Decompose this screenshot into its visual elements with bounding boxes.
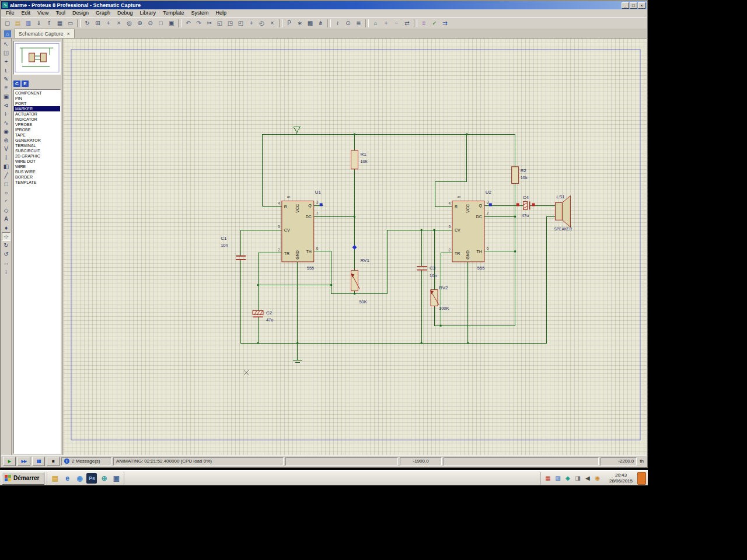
tab-schematic-capture[interactable]: Schematic Capture × <box>14 29 75 38</box>
remove-sheet-button[interactable]: − <box>392 19 402 28</box>
import-button[interactable]: ⇓ <box>34 19 44 28</box>
style-bus-wire[interactable]: BUS WIRE <box>14 169 60 174</box>
separator[interactable] <box>279 19 282 27</box>
titlebar[interactable]: ∿ alarme - Proteus 8 Professional - Sche… <box>1 1 647 9</box>
tray-icon-1[interactable]: ▦ <box>544 474 552 482</box>
style-indicator[interactable]: INDICATOR <box>14 117 60 122</box>
virtual-instruments-mode[interactable]: ◧ <box>2 162 11 171</box>
pause-button[interactable]: ▮▮ <box>32 457 45 466</box>
2d-box-mode[interactable]: □ <box>2 180 11 188</box>
maximize-button[interactable]: □ <box>630 2 637 9</box>
property-assignment-button[interactable]: ≣ <box>354 19 364 28</box>
chrome-icon[interactable]: ◉ <box>74 473 85 484</box>
y-mirror[interactable]: ↕ <box>2 267 11 276</box>
x-marker[interactable] <box>244 370 249 375</box>
wire-label-mode[interactable]: ʟ <box>2 66 11 75</box>
selector-e-button[interactable]: E <box>22 80 29 87</box>
component-c2[interactable]: C2 47u <box>253 310 273 323</box>
close-button[interactable]: × <box>638 2 645 9</box>
zoom-in-button[interactable]: ⊕ <box>135 19 145 28</box>
style-pin[interactable]: PIN <box>14 96 60 101</box>
style-tape[interactable]: TAPE <box>14 132 60 138</box>
selection-mode[interactable]: ↖ <box>2 40 11 48</box>
subcircuit-mode[interactable]: ▣ <box>2 92 11 101</box>
component-mode[interactable]: ◫ <box>2 48 11 57</box>
style-2d-graphic[interactable]: 2D GRAPHIC <box>14 153 60 159</box>
block-rotate-button[interactable]: ◴ <box>257 19 267 28</box>
style-subcircuit[interactable]: SUBCIRCUIT <box>14 148 60 153</box>
style-template[interactable]: TEMPLATE <box>14 180 60 185</box>
style-border[interactable]: BORDER <box>14 174 60 180</box>
menu-edit[interactable]: Edit <box>18 9 34 17</box>
start-button[interactable]: Démarrer <box>2 472 44 485</box>
2d-arc-mode[interactable]: ◜ <box>2 197 11 206</box>
block-delete-button[interactable]: × <box>267 19 277 28</box>
separator[interactable] <box>365 19 369 27</box>
play-button[interactable]: ▶ <box>3 457 16 466</box>
current-probe-mode[interactable]: I <box>2 153 11 162</box>
separator[interactable] <box>414 19 417 27</box>
2d-text-mode[interactable]: A <box>2 215 11 223</box>
pan-button[interactable]: ◎ <box>124 19 134 28</box>
rotate-anticlockwise[interactable]: ↺ <box>2 250 11 258</box>
x-cursor-button[interactable]: × <box>114 19 124 28</box>
menu-system[interactable]: System <box>188 9 212 17</box>
open-file-button[interactable]: ▤ <box>13 19 23 28</box>
internet-explorer-icon[interactable]: e <box>62 473 72 484</box>
generator-mode[interactable]: ⊚ <box>2 136 11 145</box>
schematic-overview[interactable] <box>13 41 61 75</box>
paste-button[interactable]: ◳ <box>225 19 235 28</box>
power-terminal[interactable] <box>294 127 301 132</box>
zoom-all-button[interactable]: □ <box>156 19 166 28</box>
menu-file[interactable]: File <box>2 9 18 17</box>
make-device-button[interactable]: ∗ <box>295 19 305 28</box>
menu-library[interactable]: Library <box>136 9 159 17</box>
save-file-button[interactable]: ▥ <box>23 19 33 28</box>
taskbar-edge-widget[interactable] <box>637 472 646 485</box>
goto-sheet-button[interactable]: ⇄ <box>402 19 412 28</box>
tape-recorder-mode[interactable]: ◉ <box>2 127 11 136</box>
tray-icon-6[interactable]: ◉ <box>594 474 602 482</box>
menu-help[interactable]: Help <box>212 9 231 17</box>
component-c4[interactable]: C4 47u <box>522 195 530 218</box>
device-pins-mode[interactable]: ⊦ <box>2 110 11 118</box>
style-marker[interactable]: MARKER <box>14 106 60 111</box>
toggle-grid-button[interactable]: ⊞ <box>93 19 103 28</box>
menu-template[interactable]: Template <box>159 9 188 17</box>
pick-parts-button[interactable]: P <box>284 19 294 28</box>
step-button[interactable]: ▶▶ <box>18 457 30 466</box>
2d-path-mode[interactable]: ◇ <box>2 206 11 215</box>
electrical-check-button[interactable]: ✓ <box>430 19 439 28</box>
export-button[interactable]: ⇑ <box>44 19 54 28</box>
stop-button[interactable]: ■ <box>47 457 60 466</box>
home-icon[interactable]: ⌂ <box>4 30 11 37</box>
style-vprobe[interactable]: VPROBE <box>14 122 60 127</box>
style-terminal[interactable]: TERMINAL <box>14 143 60 148</box>
new-file-button[interactable]: ▢ <box>2 19 12 28</box>
voltage-probe-mode[interactable]: V <box>2 145 11 153</box>
component-c3[interactable]: C3 10n <box>417 265 437 278</box>
mark-output-area-button[interactable]: ▭ <box>65 19 75 28</box>
style-port[interactable]: PORT <box>14 101 60 106</box>
toggle-origin-button[interactable]: + <box>103 19 113 28</box>
2d-marker-mode[interactable]: ⊹ <box>2 232 11 241</box>
taskbar-clock[interactable]: 20:43 28/06/2015 <box>607 473 635 484</box>
2d-circle-mode[interactable]: ○ <box>2 188 11 197</box>
menu-tool[interactable]: Tool <box>52 9 69 17</box>
component-rv1[interactable]: RV1 50K <box>351 258 370 305</box>
menu-graph[interactable]: Graph <box>92 9 114 17</box>
style-wire-dot[interactable]: WIRE DOT <box>14 159 60 164</box>
buses-mode[interactable]: ≡ <box>2 83 11 92</box>
new-sheet-button[interactable]: + <box>381 19 391 28</box>
menu-design[interactable]: Design <box>69 9 92 17</box>
component-c1[interactable]: C1 10n <box>221 236 246 260</box>
app-window-icon[interactable]: ▣ <box>111 473 121 484</box>
ground-terminal[interactable] <box>293 360 302 363</box>
explorer-icon[interactable]: ▤ <box>50 473 60 484</box>
cut-button[interactable]: ✂ <box>204 19 214 28</box>
selector-c-button[interactable]: C <box>13 80 20 87</box>
tab-close-icon[interactable]: × <box>67 31 70 37</box>
terminals-mode[interactable]: ⊲ <box>2 101 11 110</box>
message-cell[interactable]: i 2 Message(s) <box>61 457 111 466</box>
style-component[interactable]: COMPONENT <box>14 90 60 96</box>
